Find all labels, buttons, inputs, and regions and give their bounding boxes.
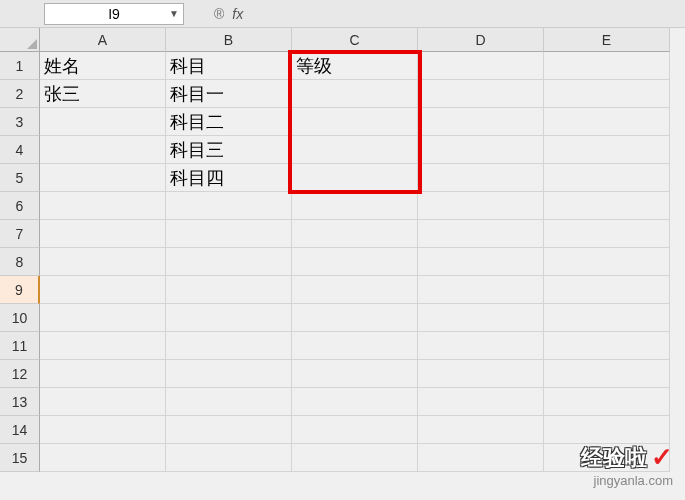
cell-E9[interactable] — [544, 276, 670, 304]
cell-E11[interactable] — [544, 332, 670, 360]
cell-A6[interactable] — [40, 192, 166, 220]
column-header-A[interactable]: A — [40, 28, 166, 52]
row-header-2[interactable]: 2 — [0, 80, 40, 108]
cell-C9[interactable] — [292, 276, 418, 304]
cell-A3[interactable] — [40, 108, 166, 136]
cell-C8[interactable] — [292, 248, 418, 276]
cell-D3[interactable] — [418, 108, 544, 136]
cell-E10[interactable] — [544, 304, 670, 332]
cell-B5[interactable]: 科目四 — [166, 164, 292, 192]
row-header-8[interactable]: 8 — [0, 248, 40, 276]
row-header-1[interactable]: 1 — [0, 52, 40, 80]
select-all-corner[interactable] — [0, 28, 40, 52]
cell-A5[interactable] — [40, 164, 166, 192]
cell-E13[interactable] — [544, 388, 670, 416]
cell-C4[interactable] — [292, 136, 418, 164]
cell-A10[interactable] — [40, 304, 166, 332]
cell-B2[interactable]: 科目一 — [166, 80, 292, 108]
cell-C12[interactable] — [292, 360, 418, 388]
cell-B7[interactable] — [166, 220, 292, 248]
cell-B3[interactable]: 科目二 — [166, 108, 292, 136]
row-header-7[interactable]: 7 — [0, 220, 40, 248]
cell-E4[interactable] — [544, 136, 670, 164]
row-header-14[interactable]: 14 — [0, 416, 40, 444]
table-row: 科目三 — [40, 136, 670, 164]
cell-B8[interactable] — [166, 248, 292, 276]
cell-A9[interactable] — [40, 276, 166, 304]
cell-C11[interactable] — [292, 332, 418, 360]
cell-D15[interactable] — [418, 444, 544, 472]
cell-D6[interactable] — [418, 192, 544, 220]
cell-D12[interactable] — [418, 360, 544, 388]
cell-D7[interactable] — [418, 220, 544, 248]
cell-C2[interactable] — [292, 80, 418, 108]
cell-B15[interactable] — [166, 444, 292, 472]
cell-B13[interactable] — [166, 388, 292, 416]
cell-E2[interactable] — [544, 80, 670, 108]
cell-E14[interactable] — [544, 416, 670, 444]
row-header-9[interactable]: 9 — [0, 276, 40, 304]
row-header-6[interactable]: 6 — [0, 192, 40, 220]
name-box-dropdown-icon[interactable]: ▼ — [169, 8, 179, 19]
cell-C15[interactable] — [292, 444, 418, 472]
cell-C6[interactable] — [292, 192, 418, 220]
cell-C1[interactable]: 等级 — [292, 52, 418, 80]
row-header-4[interactable]: 4 — [0, 136, 40, 164]
name-box[interactable]: I9 ▼ — [44, 3, 184, 25]
cell-C10[interactable] — [292, 304, 418, 332]
column-header-E[interactable]: E — [544, 28, 670, 52]
row-header-13[interactable]: 13 — [0, 388, 40, 416]
row-header-3[interactable]: 3 — [0, 108, 40, 136]
cell-A7[interactable] — [40, 220, 166, 248]
cell-D2[interactable] — [418, 80, 544, 108]
cell-E12[interactable] — [544, 360, 670, 388]
cell-B1[interactable]: 科目 — [166, 52, 292, 80]
cell-D14[interactable] — [418, 416, 544, 444]
cell-B12[interactable] — [166, 360, 292, 388]
cell-A1[interactable]: 姓名 — [40, 52, 166, 80]
cell-A4[interactable] — [40, 136, 166, 164]
cell-E6[interactable] — [544, 192, 670, 220]
row-header-12[interactable]: 12 — [0, 360, 40, 388]
cell-A14[interactable] — [40, 416, 166, 444]
cell-A2[interactable]: 张三 — [40, 80, 166, 108]
cell-E3[interactable] — [544, 108, 670, 136]
cell-area[interactable]: 姓名科目等级张三科目一科目二科目三科目四 — [40, 52, 670, 472]
cell-E8[interactable] — [544, 248, 670, 276]
row-header-5[interactable]: 5 — [0, 164, 40, 192]
cell-C13[interactable] — [292, 388, 418, 416]
column-header-C[interactable]: C — [292, 28, 418, 52]
cell-B11[interactable] — [166, 332, 292, 360]
cell-B9[interactable] — [166, 276, 292, 304]
cell-D8[interactable] — [418, 248, 544, 276]
cell-D13[interactable] — [418, 388, 544, 416]
cell-E1[interactable] — [544, 52, 670, 80]
cell-B10[interactable] — [166, 304, 292, 332]
cell-C7[interactable] — [292, 220, 418, 248]
cell-D9[interactable] — [418, 276, 544, 304]
cell-B4[interactable]: 科目三 — [166, 136, 292, 164]
column-header-B[interactable]: B — [166, 28, 292, 52]
column-header-D[interactable]: D — [418, 28, 544, 52]
cell-D4[interactable] — [418, 136, 544, 164]
cell-E7[interactable] — [544, 220, 670, 248]
cell-A11[interactable] — [40, 332, 166, 360]
row-header-11[interactable]: 11 — [0, 332, 40, 360]
cell-C14[interactable] — [292, 416, 418, 444]
row-header-10[interactable]: 10 — [0, 304, 40, 332]
cell-B14[interactable] — [166, 416, 292, 444]
cell-D10[interactable] — [418, 304, 544, 332]
cell-B6[interactable] — [166, 192, 292, 220]
cell-A15[interactable] — [40, 444, 166, 472]
cell-D11[interactable] — [418, 332, 544, 360]
cell-A12[interactable] — [40, 360, 166, 388]
cell-A13[interactable] — [40, 388, 166, 416]
cell-C3[interactable] — [292, 108, 418, 136]
cell-D1[interactable] — [418, 52, 544, 80]
cell-D5[interactable] — [418, 164, 544, 192]
cell-A8[interactable] — [40, 248, 166, 276]
cell-C5[interactable] — [292, 164, 418, 192]
row-header-15[interactable]: 15 — [0, 444, 40, 472]
fx-label[interactable]: fx — [232, 6, 243, 22]
cell-E5[interactable] — [544, 164, 670, 192]
